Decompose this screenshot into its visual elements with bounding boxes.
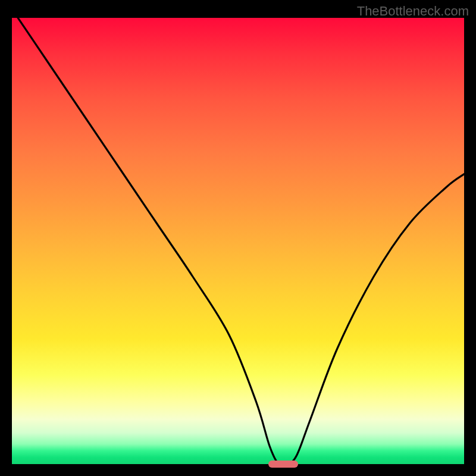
- chart-frame: TheBottleneck.com: [0, 0, 476, 476]
- optimum-marker: [268, 461, 298, 468]
- curve-svg: [12, 18, 464, 464]
- plot-area: [12, 18, 464, 464]
- watermark-text: TheBottleneck.com: [357, 4, 469, 19]
- bottleneck-curve: [12, 18, 464, 464]
